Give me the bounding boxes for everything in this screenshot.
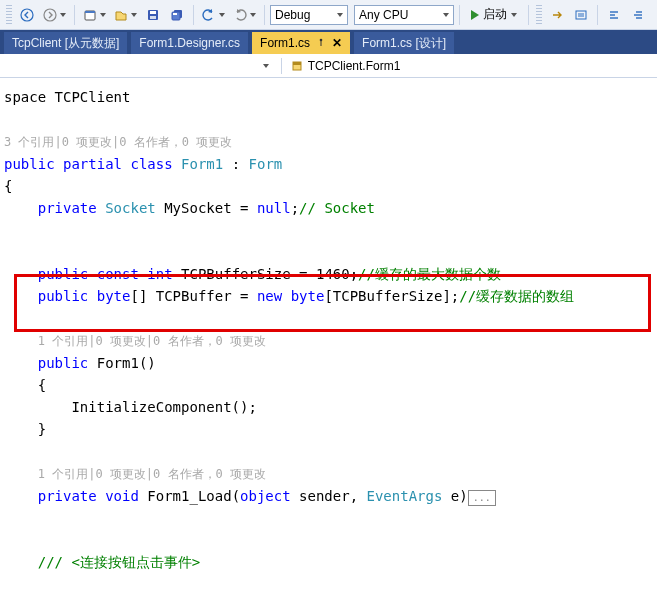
open-file-button[interactable] xyxy=(111,4,140,26)
main-toolbar: Debug Any CPU 启动 xyxy=(0,0,657,30)
class-icon xyxy=(290,59,304,73)
keyword: null xyxy=(257,200,291,216)
svg-rect-22 xyxy=(293,62,301,65)
doc-comment: /// <连接按钮点击事件> xyxy=(38,554,201,570)
scope-dropdown[interactable] xyxy=(257,58,273,74)
keyword: byte xyxy=(97,288,131,304)
namespace-name: TCPClient xyxy=(55,89,131,105)
code-text: [TCPBufferSize] xyxy=(324,288,450,304)
codelens-text[interactable]: 1 个引用|0 项更改|0 名作者，0 项更改 xyxy=(38,467,266,481)
code-text: = xyxy=(240,200,248,216)
chevron-down-icon xyxy=(337,13,343,17)
tab-tcpclient-metadata[interactable]: TcpClient [从元数据] xyxy=(4,32,127,54)
svg-rect-9 xyxy=(173,13,177,15)
tab-label: Form1.Designer.cs xyxy=(139,36,240,50)
type-name: EventArgs xyxy=(367,488,443,504)
svg-point-1 xyxy=(44,9,56,21)
platform-value: Any CPU xyxy=(359,8,422,22)
codelens-text[interactable]: 3 个引用|0 项更改|0 名作者，0 项更改 xyxy=(4,135,232,149)
chevron-down-icon xyxy=(100,13,106,17)
platform-combo[interactable]: Any CPU xyxy=(354,5,454,25)
save-all-button[interactable] xyxy=(166,4,188,26)
ctor-name: Form1 xyxy=(97,355,139,371)
nav-back-button[interactable] xyxy=(16,4,38,26)
keyword: const xyxy=(97,266,139,282)
tab-form1-designer-cs[interactable]: Form1.Designer.cs xyxy=(131,32,248,54)
code-text: space xyxy=(4,89,55,105)
close-icon[interactable]: ✕ xyxy=(332,36,342,50)
configuration-value: Debug xyxy=(275,8,324,22)
param: sender xyxy=(299,488,350,504)
type-selector[interactable]: TCPClient.Form1 xyxy=(286,57,405,75)
param: e xyxy=(451,488,459,504)
comment: //缓存数据的数组 xyxy=(459,288,574,304)
code-text: ; xyxy=(291,200,299,216)
type-name: TCPClient.Form1 xyxy=(308,59,401,73)
undo-button[interactable] xyxy=(199,4,228,26)
codelens-text[interactable]: 1 个引用|0 项更改|0 名作者，0 项更改 xyxy=(38,334,266,348)
chevron-down-icon xyxy=(219,13,225,17)
start-label: 启动 xyxy=(483,6,507,23)
class-name: Form1 xyxy=(181,156,223,172)
save-button[interactable] xyxy=(142,4,164,26)
tab-label: TcpClient [从元数据] xyxy=(12,35,119,52)
chevron-down-icon xyxy=(511,13,517,17)
svg-rect-10 xyxy=(576,11,586,19)
new-project-button[interactable] xyxy=(80,4,109,26)
keyword: partial xyxy=(63,156,122,172)
type-name: Socket xyxy=(105,200,156,216)
toolbar-grip[interactable] xyxy=(6,5,12,25)
keyword: private xyxy=(38,488,97,504)
method-call: InitializeComponent(); xyxy=(71,399,256,415)
comment: // Socket xyxy=(299,200,375,216)
code-text: [] xyxy=(130,288,147,304)
keyword: public xyxy=(38,266,89,282)
base-class: Form xyxy=(249,156,283,172)
comment-button[interactable] xyxy=(570,4,592,26)
code-text: ; xyxy=(350,266,358,282)
keyword: public xyxy=(38,288,89,304)
svg-point-19 xyxy=(320,39,323,42)
toolbar-grip[interactable] xyxy=(536,5,542,25)
keyword: int xyxy=(147,266,172,282)
tab-form1-cs[interactable]: Form1.cs ✕ xyxy=(252,32,350,54)
keyword: class xyxy=(130,156,172,172)
code-text: : xyxy=(232,156,240,172)
chevron-down-icon xyxy=(60,13,66,17)
code-text: = xyxy=(299,266,307,282)
keyword: private xyxy=(38,200,97,216)
identifier: TCPBuffer xyxy=(156,288,232,304)
chevron-down-icon xyxy=(443,13,449,17)
align-button[interactable] xyxy=(627,4,649,26)
identifier: MySocket xyxy=(164,200,231,216)
collapsed-region[interactable]: ... xyxy=(468,490,496,506)
code-text: ; xyxy=(451,288,459,304)
pin-icon[interactable] xyxy=(316,36,326,50)
keyword: public xyxy=(38,355,89,371)
keyword: new xyxy=(257,288,282,304)
method-name: Form1_Load xyxy=(147,488,231,504)
play-icon xyxy=(471,10,479,20)
svg-rect-3 xyxy=(85,11,95,13)
redo-button[interactable] xyxy=(230,4,259,26)
svg-point-0 xyxy=(21,9,33,21)
format-button[interactable] xyxy=(603,4,625,26)
comment: //缓存的最大数据个数 xyxy=(358,266,501,282)
tab-label: Form1.cs [设计] xyxy=(362,35,446,52)
code-text: = xyxy=(240,288,248,304)
keyword: public xyxy=(4,156,55,172)
keyword: object xyxy=(240,488,291,504)
svg-rect-5 xyxy=(150,11,156,14)
chevron-down-icon xyxy=(131,13,137,17)
document-tabstrip: TcpClient [从元数据] Form1.Designer.cs Form1… xyxy=(0,30,657,54)
step-into-button[interactable] xyxy=(546,4,568,26)
keyword: void xyxy=(105,488,139,504)
navigation-bar: TCPClient.Form1 xyxy=(0,54,657,78)
code-editor[interactable]: space TCPClient 3 个引用|0 项更改|0 名作者，0 项更改 … xyxy=(0,78,657,581)
start-debug-button[interactable]: 启动 xyxy=(465,4,523,26)
tab-form1-cs-design[interactable]: Form1.cs [设计] xyxy=(354,32,454,54)
keyword: byte xyxy=(291,288,325,304)
nav-forward-button[interactable] xyxy=(40,4,69,26)
configuration-combo[interactable]: Debug xyxy=(270,5,348,25)
identifier: TCPBufferSize xyxy=(181,266,291,282)
